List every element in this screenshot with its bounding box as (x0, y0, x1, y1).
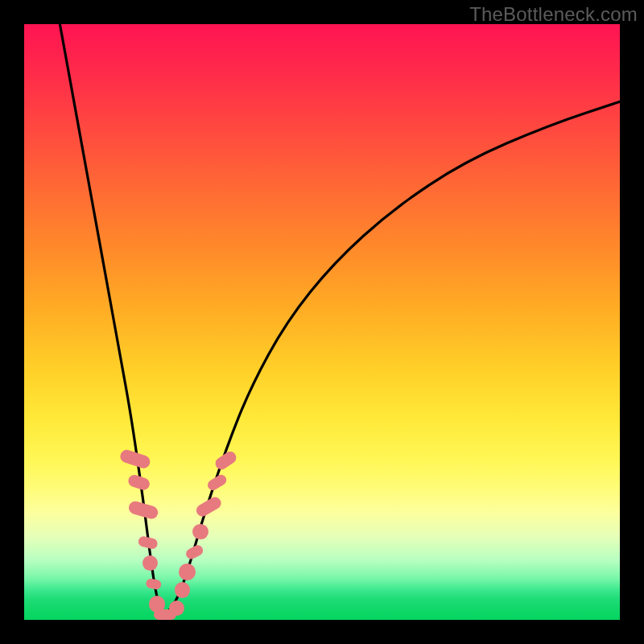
bead-marker (175, 582, 190, 597)
bead-marker (184, 543, 205, 561)
bead-marker (138, 535, 159, 550)
bead-marker (127, 499, 159, 520)
bead-markers (24, 24, 620, 620)
plot-area (24, 24, 620, 620)
bead-marker (213, 449, 238, 472)
chart-frame: TheBottleneck.com (0, 0, 644, 644)
bead-marker (179, 564, 196, 580)
watermark-text: TheBottleneck.com (469, 3, 638, 26)
bead-marker (169, 601, 184, 616)
bead-marker (145, 578, 162, 590)
bead-marker (142, 555, 158, 571)
bead-marker (195, 495, 224, 518)
bead-marker (206, 473, 229, 493)
bead-marker (192, 524, 208, 539)
bead-marker (127, 474, 151, 492)
bead-marker (119, 448, 153, 470)
